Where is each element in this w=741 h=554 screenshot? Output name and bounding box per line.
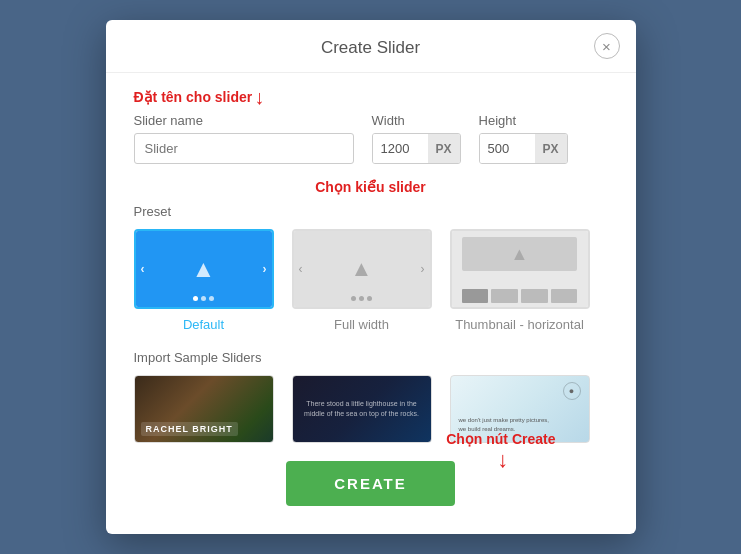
preset-default[interactable]: ‹ ▲ › Default bbox=[134, 229, 274, 332]
preset-full-width-thumb: ‹ ▲ › bbox=[292, 229, 432, 309]
slider-name-input[interactable] bbox=[134, 133, 354, 164]
annotation3-block: Chọn nút Create ↓ bbox=[446, 431, 555, 473]
samples-label: Import Sample Sliders bbox=[134, 350, 608, 365]
preset-th-main: ▲ bbox=[462, 237, 577, 271]
preset-full-width-name: Full width bbox=[334, 317, 389, 332]
preset-fw-dot-1 bbox=[351, 296, 356, 301]
preset-fw-img-icon: ▲ bbox=[351, 256, 373, 282]
sample2-text: There stood a little lighthouse in the m… bbox=[293, 399, 431, 419]
modal-title: Create Slider bbox=[321, 38, 420, 58]
height-input[interactable] bbox=[480, 134, 535, 163]
preset-th-thumb-2 bbox=[491, 289, 518, 303]
sample1-badge: RACHEL BRIGHT bbox=[141, 422, 238, 436]
width-group: Width PX bbox=[372, 113, 461, 164]
width-unit: PX bbox=[428, 134, 460, 163]
preset-th-thumb-4 bbox=[551, 289, 578, 303]
slider-name-group: Slider name bbox=[134, 113, 354, 164]
height-unit: PX bbox=[535, 134, 567, 163]
preset-th-main-icon: ▲ bbox=[511, 244, 529, 265]
slider-name-label: Slider name bbox=[134, 113, 354, 128]
height-label: Height bbox=[479, 113, 568, 128]
annotation3-text: Chọn nút Create bbox=[446, 431, 555, 447]
sample-slider-2[interactable]: There stood a little lighthouse in the m… bbox=[292, 375, 432, 443]
preset-fw-dot-3 bbox=[367, 296, 372, 301]
preset-th-thumb-3 bbox=[521, 289, 548, 303]
preset-default-img-icon: ▲ bbox=[192, 255, 216, 283]
preset-thumbnail-name: Thumbnail - horizontal bbox=[455, 317, 584, 332]
preset-thumbnail-thumb: ▲ bbox=[450, 229, 590, 309]
preset-default-nav-right: › bbox=[263, 262, 267, 276]
preset-dot-2 bbox=[201, 296, 206, 301]
preset-fw-nav-right: › bbox=[421, 262, 425, 276]
annotation1-text: Đặt tên cho slider bbox=[134, 89, 253, 105]
preset-dot-1 bbox=[193, 296, 198, 301]
preset-dot-3 bbox=[209, 296, 214, 301]
height-input-group: PX bbox=[479, 133, 568, 164]
annotation1-arrow: ↓ bbox=[254, 87, 264, 107]
form-row: Slider name Width PX Height PX bbox=[134, 113, 608, 164]
annotation3-arrow: ↓ bbox=[497, 447, 508, 473]
preset-thumbnail-horizontal[interactable]: ▲ Thumbnail - horizontal bbox=[450, 229, 590, 332]
preset-fw-dots bbox=[351, 296, 372, 301]
create-slider-modal: Create Slider × Đặt tên cho slider ↓ Sli… bbox=[106, 20, 636, 534]
annotation2-block: Chọn kiểu slider bbox=[134, 178, 608, 196]
preset-full-width[interactable]: ‹ ▲ › Full width bbox=[292, 229, 432, 332]
width-input[interactable] bbox=[373, 134, 428, 163]
sample3-clock-icon: ● bbox=[563, 382, 581, 400]
preset-fw-dot-2 bbox=[359, 296, 364, 301]
annotation2-text: Chọn kiểu slider bbox=[315, 179, 426, 195]
create-button[interactable]: CREATE bbox=[286, 461, 455, 506]
modal-body: Đặt tên cho slider ↓ Slider name Width P… bbox=[106, 73, 636, 443]
preset-default-dots bbox=[193, 296, 214, 301]
sample-slider-1[interactable]: RACHEL BRIGHT bbox=[134, 375, 274, 443]
preset-th-thumb-1 bbox=[462, 289, 489, 303]
preset-default-thumb: ‹ ▲ › bbox=[134, 229, 274, 309]
preset-fw-nav-left: ‹ bbox=[299, 262, 303, 276]
modal-header: Create Slider × bbox=[106, 20, 636, 73]
preset-th-thumbs bbox=[462, 289, 577, 303]
preset-default-nav-left: ‹ bbox=[141, 262, 145, 276]
preset-label: Preset bbox=[134, 204, 608, 219]
height-group: Height PX bbox=[479, 113, 568, 164]
create-section: Chọn nút Create ↓ CREATE bbox=[106, 461, 636, 506]
width-label: Width bbox=[372, 113, 461, 128]
annotation-name-slider: Đặt tên cho slider ↓ bbox=[134, 87, 608, 107]
presets-row: ‹ ▲ › Default bbox=[134, 229, 608, 332]
preset-default-name: Default bbox=[183, 317, 224, 332]
close-button[interactable]: × bbox=[594, 33, 620, 59]
width-input-group: PX bbox=[372, 133, 461, 164]
